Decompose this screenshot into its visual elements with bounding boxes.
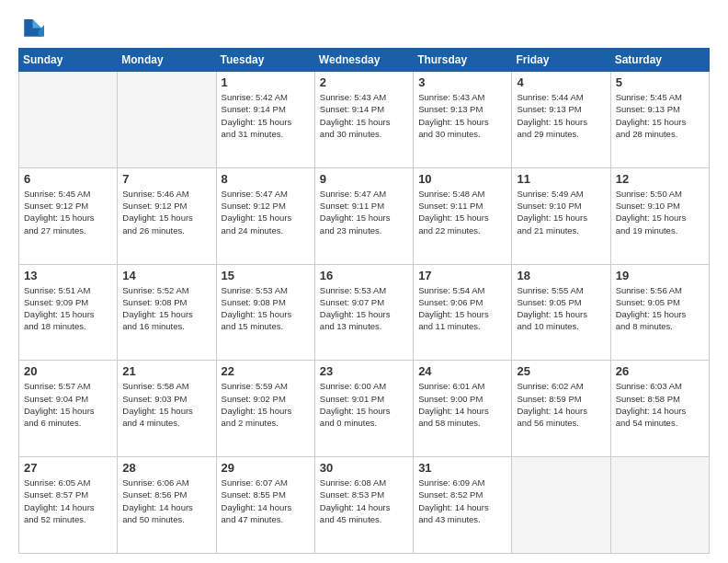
- calendar-cell: [118, 72, 216, 168]
- day-number: 14: [122, 269, 210, 282]
- day-info: Sunrise: 5:58 AM Sunset: 9:03 PM Dayligh…: [122, 380, 210, 429]
- calendar-week-row: 20Sunrise: 5:57 AM Sunset: 9:04 PM Dayli…: [19, 361, 710, 457]
- page: SundayMondayTuesdayWednesdayThursdayFrid…: [0, 0, 728, 563]
- day-info: Sunrise: 5:42 AM Sunset: 9:14 PM Dayligh…: [222, 91, 310, 140]
- calendar-cell: 21Sunrise: 5:58 AM Sunset: 9:03 PM Dayli…: [118, 361, 216, 457]
- weekday-header: Friday: [512, 49, 610, 72]
- day-info: Sunrise: 5:47 AM Sunset: 9:11 PM Dayligh…: [320, 188, 408, 236]
- day-number: 5: [616, 75, 704, 89]
- calendar-cell: 5Sunrise: 5:45 AM Sunset: 9:13 PM Daylig…: [610, 72, 709, 168]
- day-info: Sunrise: 5:43 AM Sunset: 9:13 PM Dayligh…: [418, 91, 506, 140]
- calendar-cell: 17Sunrise: 5:54 AM Sunset: 9:06 PM Dayli…: [414, 264, 512, 361]
- day-info: Sunrise: 5:50 AM Sunset: 9:10 PM Dayligh…: [616, 188, 704, 236]
- day-info: Sunrise: 5:53 AM Sunset: 9:07 PM Dayligh…: [320, 284, 408, 333]
- day-info: Sunrise: 5:52 AM Sunset: 9:08 PM Dayligh…: [122, 284, 210, 333]
- day-number: 21: [122, 364, 210, 378]
- day-info: Sunrise: 5:48 AM Sunset: 9:11 PM Dayligh…: [418, 188, 506, 236]
- day-number: 8: [222, 172, 310, 186]
- calendar-cell: 29Sunrise: 6:07 AM Sunset: 8:55 PM Dayli…: [216, 457, 314, 554]
- day-info: Sunrise: 6:02 AM Sunset: 8:59 PM Dayligh…: [517, 380, 605, 429]
- day-info: Sunrise: 5:43 AM Sunset: 9:14 PM Dayligh…: [320, 91, 408, 140]
- calendar-cell: 24Sunrise: 6:01 AM Sunset: 9:00 PM Dayli…: [414, 361, 512, 457]
- calendar-cell: 3Sunrise: 5:43 AM Sunset: 9:13 PM Daylig…: [414, 72, 512, 168]
- day-info: Sunrise: 5:44 AM Sunset: 9:13 PM Dayligh…: [517, 91, 605, 140]
- calendar-cell: 30Sunrise: 6:08 AM Sunset: 8:53 PM Dayli…: [314, 457, 413, 554]
- calendar-cell: 1Sunrise: 5:42 AM Sunset: 9:14 PM Daylig…: [216, 72, 314, 168]
- calendar-cell: 16Sunrise: 5:53 AM Sunset: 9:07 PM Dayli…: [314, 264, 413, 361]
- day-number: 22: [222, 364, 310, 378]
- calendar-table: SundayMondayTuesdayWednesdayThursdayFrid…: [18, 48, 710, 554]
- calendar-cell: 18Sunrise: 5:55 AM Sunset: 9:05 PM Dayli…: [512, 264, 610, 361]
- weekday-header: Tuesday: [216, 49, 314, 72]
- day-number: 3: [418, 75, 506, 89]
- day-info: Sunrise: 6:00 AM Sunset: 9:01 PM Dayligh…: [320, 380, 408, 429]
- day-number: 23: [320, 364, 408, 378]
- calendar-cell: 19Sunrise: 5:56 AM Sunset: 9:05 PM Dayli…: [610, 264, 709, 361]
- day-number: 1: [222, 75, 310, 89]
- calendar-cell: 15Sunrise: 5:53 AM Sunset: 9:08 PM Dayli…: [216, 264, 314, 361]
- calendar-cell: 14Sunrise: 5:52 AM Sunset: 9:08 PM Dayli…: [118, 264, 216, 361]
- day-number: 30: [320, 461, 408, 475]
- calendar-cell: 26Sunrise: 6:03 AM Sunset: 8:58 PM Dayli…: [610, 361, 709, 457]
- day-number: 31: [418, 461, 506, 475]
- calendar-cell: [19, 72, 118, 168]
- day-number: 19: [616, 269, 704, 282]
- day-info: Sunrise: 5:45 AM Sunset: 9:12 PM Dayligh…: [24, 188, 112, 236]
- day-number: 27: [24, 461, 112, 475]
- calendar-cell: 27Sunrise: 6:05 AM Sunset: 8:57 PM Dayli…: [19, 457, 118, 554]
- day-number: 25: [517, 364, 605, 378]
- day-number: 24: [418, 364, 506, 378]
- day-number: 15: [222, 269, 310, 282]
- day-info: Sunrise: 6:07 AM Sunset: 8:55 PM Dayligh…: [222, 477, 310, 525]
- day-info: Sunrise: 6:06 AM Sunset: 8:56 PM Dayligh…: [122, 477, 210, 525]
- day-info: Sunrise: 5:49 AM Sunset: 9:10 PM Dayligh…: [517, 188, 605, 236]
- day-info: Sunrise: 5:57 AM Sunset: 9:04 PM Dayligh…: [24, 380, 112, 429]
- weekday-header: Sunday: [19, 49, 118, 72]
- logo: [18, 17, 48, 42]
- calendar-cell: 13Sunrise: 5:51 AM Sunset: 9:09 PM Dayli…: [19, 264, 118, 361]
- calendar-week-row: 13Sunrise: 5:51 AM Sunset: 9:09 PM Dayli…: [19, 264, 710, 361]
- calendar-cell: 9Sunrise: 5:47 AM Sunset: 9:11 PM Daylig…: [314, 167, 413, 264]
- day-number: 9: [320, 172, 408, 186]
- calendar-cell: 8Sunrise: 5:47 AM Sunset: 9:12 PM Daylig…: [216, 167, 314, 264]
- day-info: Sunrise: 6:03 AM Sunset: 8:58 PM Dayligh…: [616, 380, 704, 429]
- day-number: 2: [320, 75, 408, 89]
- logo-icon: [18, 17, 44, 42]
- day-number: 11: [517, 172, 605, 186]
- calendar-cell: [610, 457, 709, 554]
- day-number: 10: [418, 172, 506, 186]
- day-info: Sunrise: 5:45 AM Sunset: 9:13 PM Dayligh…: [616, 91, 704, 140]
- day-number: 13: [24, 269, 112, 282]
- svg-marker-1: [33, 19, 41, 28]
- weekday-header: Monday: [118, 49, 216, 72]
- day-number: 18: [517, 269, 605, 282]
- calendar-cell: 10Sunrise: 5:48 AM Sunset: 9:11 PM Dayli…: [414, 167, 512, 264]
- day-number: 6: [24, 172, 112, 186]
- calendar-cell: 31Sunrise: 6:09 AM Sunset: 8:52 PM Dayli…: [414, 457, 512, 554]
- day-info: Sunrise: 5:59 AM Sunset: 9:02 PM Dayligh…: [222, 380, 310, 429]
- day-info: Sunrise: 5:47 AM Sunset: 9:12 PM Dayligh…: [222, 188, 310, 236]
- day-number: 20: [24, 364, 112, 378]
- header: [18, 17, 710, 42]
- day-info: Sunrise: 5:53 AM Sunset: 9:08 PM Dayligh…: [222, 284, 310, 333]
- weekday-header: Wednesday: [314, 49, 413, 72]
- calendar-cell: 20Sunrise: 5:57 AM Sunset: 9:04 PM Dayli…: [19, 361, 118, 457]
- day-info: Sunrise: 5:51 AM Sunset: 9:09 PM Dayligh…: [24, 284, 112, 333]
- calendar-cell: 12Sunrise: 5:50 AM Sunset: 9:10 PM Dayli…: [610, 167, 709, 264]
- calendar-cell: 6Sunrise: 5:45 AM Sunset: 9:12 PM Daylig…: [19, 167, 118, 264]
- day-info: Sunrise: 5:55 AM Sunset: 9:05 PM Dayligh…: [517, 284, 605, 333]
- calendar-cell: 22Sunrise: 5:59 AM Sunset: 9:02 PM Dayli…: [216, 361, 314, 457]
- day-number: 16: [320, 269, 408, 282]
- weekday-header-row: SundayMondayTuesdayWednesdayThursdayFrid…: [19, 49, 710, 72]
- calendar-week-row: 1Sunrise: 5:42 AM Sunset: 9:14 PM Daylig…: [19, 72, 710, 168]
- day-info: Sunrise: 6:01 AM Sunset: 9:00 PM Dayligh…: [418, 380, 506, 429]
- calendar-cell: 4Sunrise: 5:44 AM Sunset: 9:13 PM Daylig…: [512, 72, 610, 168]
- calendar-cell: 7Sunrise: 5:46 AM Sunset: 9:12 PM Daylig…: [118, 167, 216, 264]
- day-number: 17: [418, 269, 506, 282]
- day-number: 4: [517, 75, 605, 89]
- calendar-cell: 11Sunrise: 5:49 AM Sunset: 9:10 PM Dayli…: [512, 167, 610, 264]
- weekday-header: Saturday: [610, 49, 709, 72]
- day-number: 26: [616, 364, 704, 378]
- day-number: 28: [122, 461, 210, 475]
- calendar-cell: 23Sunrise: 6:00 AM Sunset: 9:01 PM Dayli…: [314, 361, 413, 457]
